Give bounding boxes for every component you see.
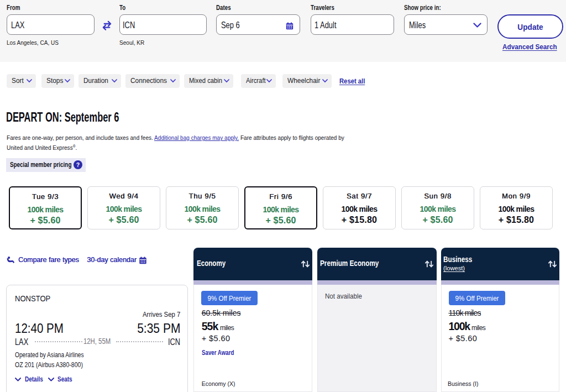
svg-text:?: ? — [76, 161, 79, 168]
